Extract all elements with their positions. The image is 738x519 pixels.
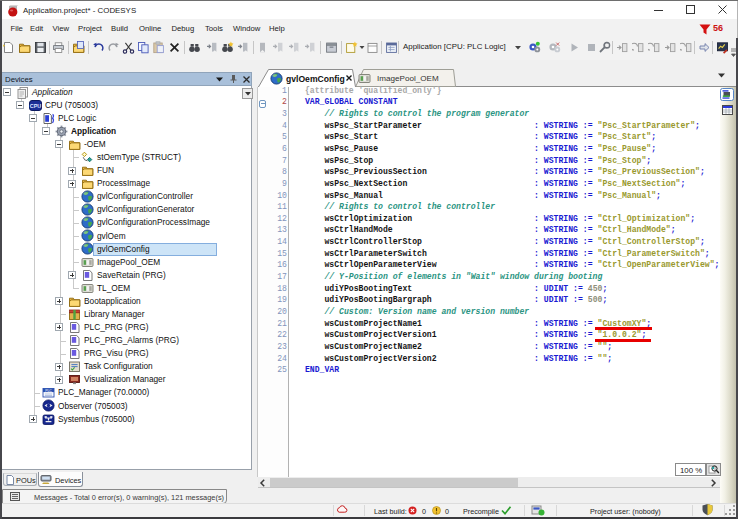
svg-text:PLC: PLC xyxy=(45,389,52,393)
svg-text:CPU: CPU xyxy=(30,103,41,109)
